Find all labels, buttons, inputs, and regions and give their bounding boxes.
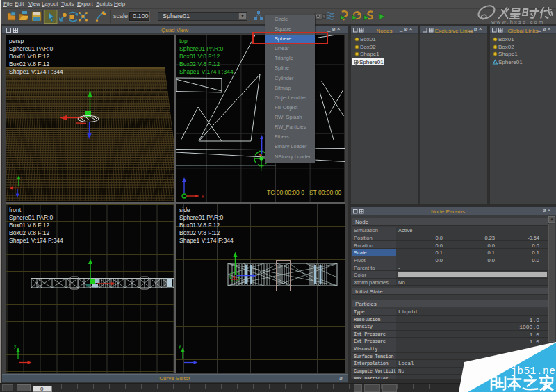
svg-text:y: y — [14, 343, 17, 349]
svg-text:jb51.net: jb51.net — [511, 366, 556, 377]
svg-text:y: y — [179, 343, 181, 349]
